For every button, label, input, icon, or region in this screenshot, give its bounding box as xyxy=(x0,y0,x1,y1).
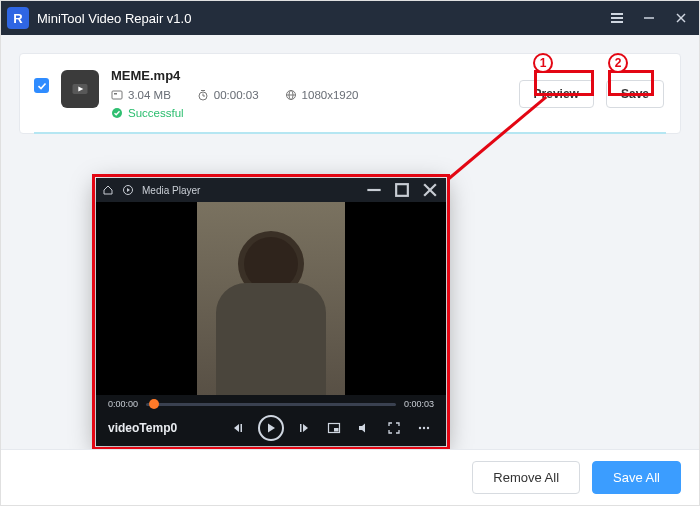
file-size: 3.04 MB xyxy=(111,89,171,101)
mp-pip[interactable] xyxy=(324,418,344,438)
file-status: Successful xyxy=(111,107,507,119)
app-window: R MiniTool Video Repair v1.0 MEME.mp4 xyxy=(0,0,700,506)
close-button[interactable] xyxy=(669,6,693,30)
svg-marker-21 xyxy=(234,424,239,432)
play-icon xyxy=(264,421,278,435)
minimize-button[interactable] xyxy=(637,6,661,30)
svg-marker-24 xyxy=(303,424,308,432)
svg-rect-25 xyxy=(300,424,302,432)
mp-current-time: 0:00:00 xyxy=(108,399,138,409)
file-info: MEME.mp4 3.04 MB 00:00:03 1080x1920 xyxy=(111,68,507,119)
svg-rect-6 xyxy=(114,93,117,95)
close-icon xyxy=(420,180,440,200)
file-checkbox[interactable] xyxy=(34,78,49,93)
preview-button[interactable]: Preview xyxy=(519,80,594,108)
file-resolution: 1080x1920 xyxy=(285,89,359,101)
mp-progress: 0:00:00 0:00:03 xyxy=(96,395,446,410)
svg-marker-28 xyxy=(359,424,365,433)
media-player: Media Player 0:00:00 0:00:03 videoTemp0 xyxy=(96,178,446,446)
hamburger-menu[interactable] xyxy=(605,6,629,30)
maximize-icon xyxy=(392,180,412,200)
file-meta: 3.04 MB 00:00:03 1080x1920 xyxy=(111,89,507,101)
svg-marker-23 xyxy=(268,424,275,433)
title-bar: R MiniTool Video Repair v1.0 xyxy=(1,1,699,35)
clock-icon xyxy=(197,89,209,101)
mp-video-area[interactable] xyxy=(96,202,446,395)
svg-rect-22 xyxy=(241,424,243,432)
save-button[interactable]: Save xyxy=(606,80,664,108)
home-icon xyxy=(102,184,114,196)
minimize-icon xyxy=(364,180,384,200)
check-icon xyxy=(37,81,47,91)
svg-point-31 xyxy=(427,427,429,429)
mp-seekbar[interactable] xyxy=(146,403,396,406)
video-frame xyxy=(197,202,345,395)
mp-title: Media Player xyxy=(142,185,200,196)
content-area: MEME.mp4 3.04 MB 00:00:03 1080x1920 xyxy=(1,35,699,449)
mp-title-bar: Media Player xyxy=(96,178,446,202)
mp-total-time: 0:00:03 xyxy=(404,399,434,409)
mp-volume[interactable] xyxy=(354,418,374,438)
storage-icon xyxy=(111,89,123,101)
skip-forward-icon xyxy=(297,421,311,435)
file-actions: Preview Save xyxy=(519,80,664,108)
close-icon xyxy=(675,12,687,24)
svg-marker-16 xyxy=(127,188,130,192)
play-circle-icon xyxy=(122,184,134,196)
mp-next[interactable] xyxy=(294,418,314,438)
mp-filename: videoTemp0 xyxy=(108,421,177,435)
file-duration: 00:00:03 xyxy=(197,89,259,101)
svg-rect-5 xyxy=(112,91,122,99)
mp-play[interactable] xyxy=(258,415,284,441)
mp-prev[interactable] xyxy=(228,418,248,438)
svg-point-30 xyxy=(423,427,425,429)
fullscreen-icon xyxy=(387,421,401,435)
svg-rect-18 xyxy=(396,184,408,196)
file-name: MEME.mp4 xyxy=(111,68,507,83)
skip-back-icon xyxy=(231,421,245,435)
minimize-icon xyxy=(643,12,655,24)
mp-minimize[interactable] xyxy=(364,180,384,200)
svg-point-29 xyxy=(419,427,421,429)
mp-more[interactable] xyxy=(414,418,434,438)
volume-icon xyxy=(357,421,371,435)
footer: Remove All Save All xyxy=(1,449,699,505)
mp-maximize[interactable] xyxy=(392,180,412,200)
more-icon xyxy=(417,421,431,435)
app-logo: R xyxy=(7,7,29,29)
hamburger-icon xyxy=(611,13,623,23)
success-icon xyxy=(111,107,123,119)
mp-close[interactable] xyxy=(420,180,440,200)
mp-controls: videoTemp0 xyxy=(96,410,446,446)
remove-all-button[interactable]: Remove All xyxy=(472,461,580,494)
mp-fullscreen[interactable] xyxy=(384,418,404,438)
video-file-icon xyxy=(61,70,99,108)
resolution-icon xyxy=(285,89,297,101)
mp-seek-thumb[interactable] xyxy=(149,399,159,409)
save-all-button[interactable]: Save All xyxy=(592,461,681,494)
pip-icon xyxy=(327,421,341,435)
app-title: MiniTool Video Repair v1.0 xyxy=(37,11,191,26)
file-card: MEME.mp4 3.04 MB 00:00:03 1080x1920 xyxy=(19,53,681,134)
svg-rect-27 xyxy=(334,428,339,432)
